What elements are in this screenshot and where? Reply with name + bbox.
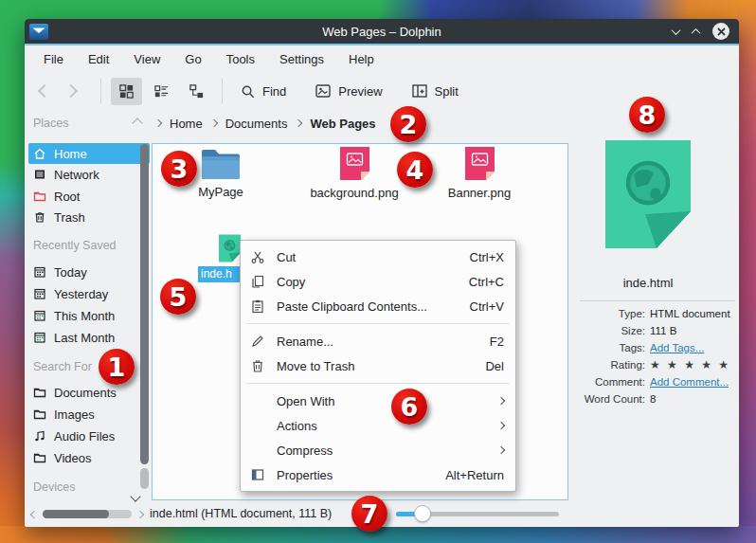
breadcrumb-web-pages[interactable]: Web Pages [310, 117, 375, 131]
info-row-comment: Comment: Add Comment... [568, 373, 737, 390]
menu-item-copy[interactable]: Copy Ctrl+C [241, 269, 515, 294]
sidebar-item-this-month[interactable]: This Month [28, 305, 150, 326]
back-icon[interactable] [38, 84, 51, 98]
menu-item-move-to-trash[interactable]: Move to Trash Del [241, 353, 515, 378]
trash-icon [33, 210, 46, 224]
menu-item-label: Properties [277, 468, 445, 482]
info-value: HTML document [650, 308, 730, 319]
menu-help[interactable]: Help [349, 52, 374, 66]
annotation-badge-8: 8 [629, 97, 665, 133]
toolbar-separator [222, 79, 223, 103]
menu-item-shortcut: F2 [490, 335, 504, 349]
info-row-size: Size: 111 B [568, 322, 737, 339]
annotation-badge-4: 4 [397, 152, 433, 188]
menu-item-cut[interactable]: Cut Ctrl+X [241, 244, 515, 269]
places-header-label: Places [33, 117, 69, 130]
folder-icon [33, 451, 46, 464]
add-comment-link[interactable]: Add Comment... [650, 376, 729, 388]
menu-go[interactable]: Go [185, 52, 201, 66]
scroll-left-icon[interactable] [30, 510, 38, 517]
forward-icon[interactable] [64, 84, 78, 98]
preview-button[interactable]: Preview [307, 77, 389, 105]
sidebar-item-yesterday[interactable]: Yesterday [28, 283, 150, 304]
add-tags-link[interactable]: Add Tags... [650, 342, 704, 353]
sidebar-item-label: Root [54, 190, 80, 204]
menu-item-properties[interactable]: Properties Alt+Return [241, 462, 515, 487]
titlebar[interactable]: Web Pages – Dolphin [25, 19, 739, 44]
html-file-icon[interactable] [219, 234, 241, 262]
sidebar-item-last-month[interactable]: Last Month [28, 327, 150, 348]
menu-item-label: Copy [277, 275, 469, 289]
file-item-banner-png[interactable]: Banner.png [432, 146, 527, 200]
scrollbar-thumb[interactable] [140, 144, 149, 464]
sidebar-item-audio-files[interactable]: Audio Files [28, 425, 150, 446]
dolphin-window: Web Pages – Dolphin File Edit View Go To… [25, 19, 739, 527]
minimize-icon[interactable] [672, 26, 681, 35]
horizontal-scrollbar[interactable] [31, 509, 144, 519]
compact-view-button[interactable] [146, 78, 177, 105]
menu-item-paste[interactable]: Paste Clipboard Contents... Ctrl+V [241, 294, 515, 318]
window-title: Web Pages – Dolphin [25, 25, 739, 39]
menu-tools[interactable]: Tools [226, 52, 255, 66]
sidebar-item-network[interactable]: Network [28, 164, 150, 185]
sidebar-item-videos[interactable]: Videos [28, 447, 150, 468]
selected-file-label[interactable]: inde.h [198, 266, 241, 282]
breadcrumb-documents[interactable]: Documents [225, 117, 288, 131]
info-label: Word Count: [568, 393, 650, 405]
menu-item-actions[interactable]: Actions [241, 413, 515, 438]
html-file-icon-large [605, 139, 691, 249]
submenu-arrow-icon [497, 422, 505, 429]
rating-stars[interactable]: ★ ★ ★ ★ ★ [650, 358, 730, 371]
annotation-badge-2: 2 [390, 106, 426, 142]
folder-icon [33, 386, 46, 399]
menu-item-label: Move to Trash [277, 359, 485, 373]
menu-file[interactable]: File [44, 52, 63, 66]
scrollbar-thumb[interactable] [43, 510, 109, 518]
sidebar-item-today[interactable]: Today [28, 262, 150, 282]
file-label: background.png [310, 186, 398, 200]
sidebar-item-documents[interactable]: Documents [28, 382, 150, 403]
copy-icon [250, 274, 265, 289]
scroll-right-icon[interactable] [136, 510, 144, 517]
menu-settings[interactable]: Settings [279, 52, 324, 66]
annotation-badge-1: 1 [99, 349, 135, 385]
breadcrumb: Home Documents Web Pages [155, 110, 376, 136]
menu-icon-spacer [250, 443, 265, 458]
zoom-slider[interactable] [396, 510, 559, 517]
sidebar-section-devices: Devices [33, 480, 75, 494]
calendar-green-icon [33, 309, 46, 322]
breadcrumb-home[interactable]: Home [170, 117, 203, 131]
close-icon[interactable] [712, 23, 729, 40]
red-folder-icon [33, 190, 46, 203]
sidebar-item-images[interactable]: Images [28, 404, 150, 425]
sidebar-item-trash[interactable]: Trash [28, 207, 150, 227]
folder-view[interactable]: MyPage background.png Banner.png [152, 143, 568, 500]
calendar-icon [33, 287, 46, 300]
scrollbar-track[interactable] [43, 510, 132, 518]
info-row-rating: Rating: ★ ★ ★ ★ ★ [568, 356, 737, 373]
sidebar-item-label: Yesterday [54, 287, 108, 301]
folder-icon [33, 407, 46, 421]
sidebar-item-label: Today [54, 265, 87, 280]
menu-item-shortcut: Ctrl+V [470, 299, 504, 314]
split-icon [411, 82, 428, 100]
sidebar-scrollbar[interactable] [140, 144, 149, 485]
info-file-name: inde.html [568, 276, 728, 290]
zoom-slider-handle[interactable] [414, 505, 431, 522]
sidebar-item-home[interactable]: Home [28, 143, 150, 164]
find-button[interactable]: Find [232, 78, 294, 105]
menu-item-compress[interactable]: Compress [241, 438, 515, 462]
menu-item-open-with[interactable]: Open With [241, 389, 515, 413]
details-view-button[interactable] [181, 78, 212, 105]
maximize-icon[interactable] [692, 27, 701, 37]
panel-collapse-icon[interactable] [132, 118, 142, 128]
menu-edit[interactable]: Edit [88, 52, 109, 66]
scrollbar-thumb-secondary[interactable] [140, 468, 149, 489]
split-button[interactable]: Split [404, 77, 466, 105]
file-item-background-png[interactable]: background.png [307, 146, 402, 200]
menu-view[interactable]: View [134, 52, 160, 66]
icons-view-button[interactable] [111, 78, 142, 105]
menu-item-rename[interactable]: Rename... F2 [241, 329, 515, 353]
sidebar-item-root[interactable]: Root [28, 186, 150, 207]
info-label: Tags: [568, 342, 650, 353]
